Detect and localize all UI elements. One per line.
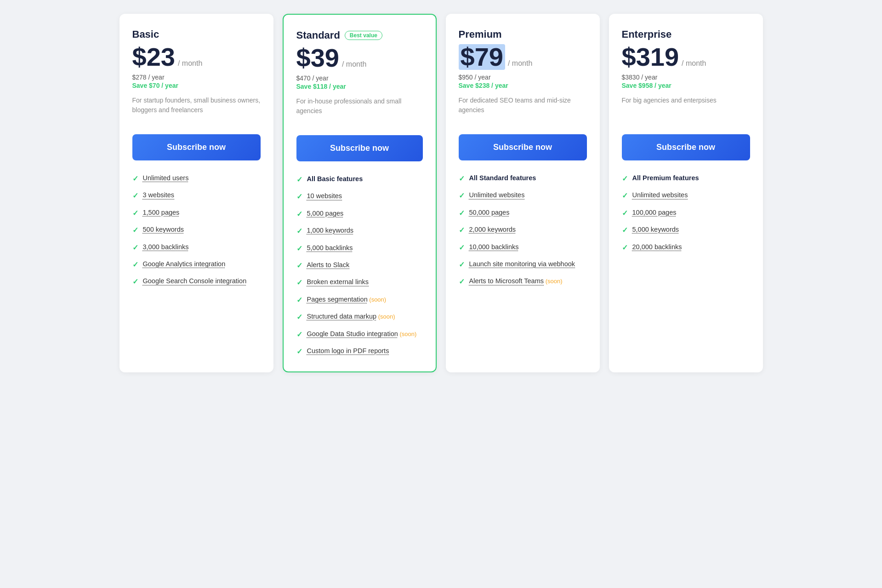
feature-text-enterprise-4: 20,000 backlinks — [632, 242, 682, 251]
feature-text-premium-6: Alerts to Microsoft Teams (soon) — [469, 276, 563, 285]
feature-text-enterprise-2: 100,000 pages — [632, 208, 677, 217]
plan-period-standard: / month — [342, 60, 366, 69]
feature-item-basic-4: ✓3,000 backlinks — [132, 242, 261, 253]
feature-item-premium-4: ✓10,000 backlinks — [459, 242, 587, 253]
feature-text-basic-0: Unlimited users — [143, 173, 189, 183]
check-icon-standard-10: ✓ — [296, 347, 302, 357]
feature-item-premium-0: ✓All Standard features — [459, 173, 587, 184]
plan-title-row-enterprise: Enterprise — [622, 29, 750, 40]
plan-price-basic: $23 — [132, 44, 175, 70]
check-icon-enterprise-0: ✓ — [622, 174, 628, 184]
plan-name-premium: Premium — [459, 29, 502, 40]
feature-main-text-enterprise-4: 20,000 backlinks — [632, 243, 682, 251]
check-icon-premium-6: ✓ — [459, 277, 465, 287]
feature-item-basic-3: ✓500 keywords — [132, 225, 261, 235]
feature-item-basic-5: ✓Google Analytics integration — [132, 259, 261, 270]
subscribe-button-enterprise[interactable]: Subscribe now — [622, 134, 750, 160]
feature-text-standard-6: Broken external links — [307, 277, 369, 286]
plan-period-basic: / month — [178, 59, 202, 68]
soon-label-standard-7: (soon) — [368, 296, 386, 303]
plan-price-row-basic: $23/ month — [132, 44, 261, 70]
feature-main-text-standard-1: 10 websites — [307, 192, 342, 200]
check-icon-basic-4: ✓ — [132, 243, 138, 253]
check-icon-standard-3: ✓ — [296, 226, 302, 236]
plan-card-standard: StandardBest value$39/ month$470 / yearS… — [283, 14, 437, 372]
plan-save-standard: Save $118 / year — [296, 83, 423, 90]
feature-text-enterprise-3: 5,000 keywords — [632, 225, 679, 234]
check-icon-enterprise-3: ✓ — [622, 225, 628, 235]
check-icon-standard-0: ✓ — [296, 175, 302, 185]
plan-card-basic: Basic$23/ month$278 / yearSave $70 / yea… — [119, 14, 273, 372]
feature-item-standard-8: ✓Structured data markup (soon) — [296, 312, 423, 322]
plan-save-enterprise: Save $958 / year — [622, 82, 750, 89]
feature-text-basic-1: 3 websites — [143, 190, 175, 200]
check-icon-standard-7: ✓ — [296, 295, 302, 305]
check-icon-standard-1: ✓ — [296, 192, 302, 202]
feature-item-standard-7: ✓Pages segmentation (soon) — [296, 295, 423, 305]
plan-price-row-premium: $79/ month — [459, 44, 587, 70]
feature-text-standard-3: 1,000 keywords — [307, 226, 354, 235]
subscribe-button-basic[interactable]: Subscribe now — [132, 134, 261, 160]
check-icon-basic-5: ✓ — [132, 260, 138, 270]
feature-main-text-premium-3: 2,000 keywords — [469, 226, 516, 233]
check-icon-basic-0: ✓ — [132, 174, 138, 184]
check-icon-premium-0: ✓ — [459, 174, 465, 184]
check-icon-standard-5: ✓ — [296, 261, 302, 271]
plan-price-premium: $79 — [459, 44, 505, 70]
feature-text-enterprise-1: Unlimited websites — [632, 190, 688, 200]
features-list-premium: ✓All Standard features✓Unlimited website… — [459, 173, 587, 287]
check-icon-premium-1: ✓ — [459, 191, 465, 201]
feature-item-standard-4: ✓5,000 backlinks — [296, 243, 423, 254]
check-icon-enterprise-4: ✓ — [622, 243, 628, 253]
plan-price-row-standard: $39/ month — [296, 45, 423, 71]
feature-item-basic-1: ✓3 websites — [132, 190, 261, 201]
feature-main-text-standard-3: 1,000 keywords — [307, 227, 354, 234]
plan-yearly-enterprise: $3830 / year — [622, 74, 750, 81]
feature-item-enterprise-3: ✓5,000 keywords — [622, 225, 750, 235]
plan-period-enterprise: / month — [682, 59, 706, 68]
feature-main-text-standard-2: 5,000 pages — [307, 210, 344, 217]
feature-main-text-standard-5: Alerts to Slack — [307, 261, 350, 268]
check-icon-standard-6: ✓ — [296, 278, 302, 288]
feature-text-premium-3: 2,000 keywords — [469, 225, 516, 234]
feature-text-basic-4: 3,000 backlinks — [143, 242, 189, 251]
check-icon-standard-2: ✓ — [296, 209, 302, 219]
feature-item-basic-6: ✓Google Search Console integration — [132, 276, 261, 287]
feature-text-basic-2: 1,500 pages — [143, 208, 180, 217]
feature-main-text-premium-5: Launch site monitoring via webhook — [469, 260, 575, 268]
plan-period-premium: / month — [508, 59, 532, 68]
feature-text-standard-2: 5,000 pages — [307, 209, 344, 218]
check-icon-premium-5: ✓ — [459, 260, 465, 270]
plan-price-enterprise: $319 — [622, 44, 679, 70]
feature-text-standard-9: Google Data Studio integration (soon) — [307, 329, 417, 338]
feature-item-enterprise-0: ✓All Premium features — [622, 173, 750, 184]
feature-item-premium-1: ✓Unlimited websites — [459, 190, 587, 201]
feature-main-text-standard-10: Custom logo in PDF reports — [307, 347, 389, 354]
plan-card-premium: Premium$79/ month$950 / yearSave $238 / … — [446, 14, 600, 372]
feature-text-standard-0: All Basic features — [307, 174, 363, 183]
soon-label-standard-8: (soon) — [376, 313, 395, 320]
check-icon-premium-2: ✓ — [459, 208, 465, 218]
feature-text-standard-1: 10 websites — [307, 191, 342, 200]
plan-desc-basic: For startup founders, small business own… — [132, 96, 261, 123]
feature-item-premium-6: ✓Alerts to Microsoft Teams (soon) — [459, 276, 587, 287]
check-icon-standard-4: ✓ — [296, 244, 302, 254]
plan-card-enterprise: Enterprise$319/ month$3830 / yearSave $9… — [609, 14, 763, 372]
best-value-badge: Best value — [345, 31, 382, 40]
feature-main-text-enterprise-3: 5,000 keywords — [632, 226, 679, 233]
subscribe-button-premium[interactable]: Subscribe now — [459, 134, 587, 160]
feature-item-enterprise-1: ✓Unlimited websites — [622, 190, 750, 201]
plan-yearly-basic: $278 / year — [132, 74, 261, 81]
check-icon-basic-6: ✓ — [132, 277, 138, 287]
feature-text-premium-4: 10,000 backlinks — [469, 242, 519, 251]
check-icon-enterprise-2: ✓ — [622, 208, 628, 218]
check-icon-premium-3: ✓ — [459, 225, 465, 235]
feature-main-text-basic-6: Google Search Console integration — [143, 277, 247, 285]
subscribe-button-standard[interactable]: Subscribe now — [296, 135, 423, 161]
feature-text-premium-5: Launch site monitoring via webhook — [469, 259, 575, 268]
feature-main-text-premium-2: 50,000 pages — [469, 209, 510, 216]
feature-item-premium-2: ✓50,000 pages — [459, 208, 587, 218]
check-icon-premium-4: ✓ — [459, 243, 465, 253]
check-icon-basic-2: ✓ — [132, 208, 138, 218]
feature-text-basic-6: Google Search Console integration — [143, 276, 247, 285]
